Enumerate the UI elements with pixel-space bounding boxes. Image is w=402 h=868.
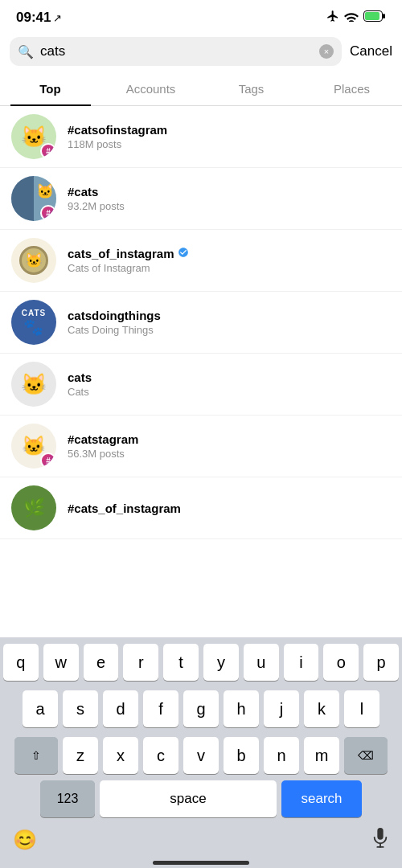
key-h[interactable]: h <box>224 690 259 727</box>
tab-accounts[interactable]: Accounts <box>100 72 201 105</box>
tab-places[interactable]: Places <box>302 72 402 105</box>
key-t[interactable]: t <box>163 644 199 681</box>
num-key[interactable]: 123 <box>40 780 95 817</box>
key-g[interactable]: g <box>183 690 219 727</box>
list-item[interactable]: 🐱##catsofinstagram118M posts <box>0 106 402 168</box>
search-icon: 🔍 <box>18 44 34 59</box>
battery-icon <box>363 10 386 25</box>
key-v[interactable]: v <box>183 737 219 774</box>
key-p[interactable]: p <box>363 644 399 681</box>
search-input-wrapper[interactable]: 🔍 cats × <box>10 37 342 66</box>
key-c[interactable]: c <box>143 737 178 774</box>
hashtag-badge: # <box>40 143 56 159</box>
tab-top[interactable]: Top <box>0 72 100 105</box>
key-y[interactable]: y <box>203 644 239 681</box>
result-info: #catstagram56.3M posts <box>68 432 391 460</box>
avatar: 🌿 <box>11 485 56 530</box>
list-item[interactable]: 🐱 ##cats93.2M posts <box>0 168 402 230</box>
key-w[interactable]: w <box>43 644 79 681</box>
svg-rect-1 <box>383 14 385 18</box>
key-z[interactable]: z <box>63 737 98 774</box>
keyboard: qwertyuiop asdfghjkl ⇧zxcvbnm⌫ 123 space… <box>0 637 402 868</box>
tab-tags[interactable]: Tags <box>201 72 302 105</box>
avatar: CATS 🐾 <box>11 300 56 345</box>
tabs-bar: Top Accounts Tags Places <box>0 72 402 106</box>
keyboard-row-2: asdfghjkl <box>0 684 402 731</box>
backspace-key[interactable]: ⌫ <box>344 737 388 774</box>
key-o[interactable]: o <box>323 644 359 681</box>
key-j[interactable]: j <box>264 690 299 727</box>
key-d[interactable]: d <box>103 690 138 727</box>
search-key[interactable]: search <box>281 780 362 817</box>
hashtag-badge: # <box>40 205 56 221</box>
key-m[interactable]: m <box>304 737 339 774</box>
result-info: cats_of_instagramCats of Instagram <box>68 247 391 274</box>
space-key[interactable]: space <box>100 780 277 817</box>
result-name: #cats_of_instagram <box>68 502 391 515</box>
key-u[interactable]: u <box>244 644 279 681</box>
shift-key[interactable]: ⇧ <box>14 737 58 774</box>
result-name: #catstagram <box>68 432 391 446</box>
result-name: #cats <box>68 185 391 199</box>
mic-key[interactable] <box>371 827 389 853</box>
location-arrow-icon: ↗ <box>53 12 62 24</box>
result-subtitle: 118M posts <box>68 138 391 150</box>
key-f[interactable]: f <box>143 690 178 727</box>
result-info: catsdoingthingsCats Doing Things <box>68 309 391 336</box>
keyboard-bottom-row: 123 space search <box>0 777 402 822</box>
list-item[interactable]: 🐱catsCats <box>0 354 402 416</box>
result-subtitle: Cats Doing Things <box>68 324 391 336</box>
status-bar: 09:41 ↗ <box>0 0 402 31</box>
list-item[interactable]: 🌿#cats_of_instagram <box>0 477 402 539</box>
keyboard-extras-row: 😊 <box>0 822 402 856</box>
key-l[interactable]: l <box>344 690 379 727</box>
key-i[interactable]: i <box>284 644 319 681</box>
avatar: 🐱# <box>11 114 56 159</box>
result-info: #cats_of_instagram <box>68 502 391 515</box>
result-subtitle: 93.2M posts <box>68 200 391 212</box>
avatar: 🐱 # <box>11 176 56 221</box>
key-k[interactable]: k <box>304 690 339 727</box>
key-s[interactable]: s <box>63 690 98 727</box>
keyboard-row-1: qwertyuiop <box>0 637 402 684</box>
search-input[interactable]: cats <box>40 43 313 59</box>
avatar: 🐱# <box>11 424 56 469</box>
emoji-key[interactable]: 😊 <box>13 829 37 851</box>
search-clear-button[interactable]: × <box>319 44 334 59</box>
result-info: #cats93.2M posts <box>68 185 391 212</box>
airplane-icon <box>326 10 339 26</box>
result-info: catsCats <box>68 371 391 398</box>
svg-rect-2 <box>365 12 379 20</box>
result-name: cats <box>68 371 391 384</box>
home-bar <box>153 861 249 865</box>
key-n[interactable]: n <box>264 737 299 774</box>
status-time: 09:41 <box>16 10 51 26</box>
result-subtitle: Cats of Instagram <box>68 262 391 274</box>
avatar: 🐱 <box>11 238 56 283</box>
result-name: catsdoingthings <box>68 309 391 322</box>
result-subtitle: Cats <box>68 386 391 398</box>
status-icons <box>326 10 386 26</box>
key-e[interactable]: e <box>84 644 119 681</box>
search-bar-container: 🔍 cats × Cancel <box>0 31 402 72</box>
result-subtitle: 56.3M posts <box>68 448 391 460</box>
list-item[interactable]: 🐱##catstagram56.3M posts <box>0 416 402 477</box>
list-item[interactable]: CATS 🐾 catsdoingthingsCats Doing Things <box>0 292 402 354</box>
result-name: cats_of_instagram <box>68 247 391 260</box>
result-name: #catsofinstagram <box>68 123 391 137</box>
key-x[interactable]: x <box>103 737 138 774</box>
svg-rect-3 <box>377 828 383 840</box>
result-info: #catsofinstagram118M posts <box>68 123 391 150</box>
key-q[interactable]: q <box>3 644 39 681</box>
cancel-button[interactable]: Cancel <box>350 43 392 59</box>
hashtag-badge: # <box>40 452 56 469</box>
results-list: 🐱##catsofinstagram118M posts 🐱 ##cats93.… <box>0 106 402 539</box>
list-item[interactable]: 🐱 cats_of_instagramCats of Instagram <box>0 230 402 292</box>
home-indicator <box>0 856 402 868</box>
key-b[interactable]: b <box>224 737 259 774</box>
verified-icon <box>178 247 189 260</box>
key-r[interactable]: r <box>123 644 158 681</box>
wifi-icon <box>344 10 359 25</box>
keyboard-row-3: ⇧zxcvbnm⌫ <box>0 731 402 777</box>
key-a[interactable]: a <box>23 690 58 727</box>
